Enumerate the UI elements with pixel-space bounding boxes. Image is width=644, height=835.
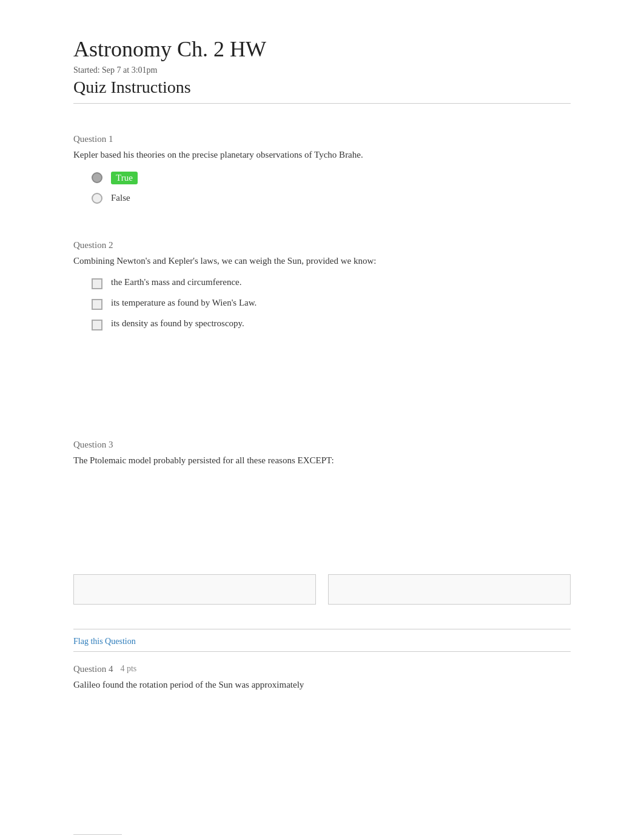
question-4-pts: 4 pts [120, 664, 136, 674]
drag-drop-box-2[interactable] [328, 574, 571, 605]
question-2-header: Question 2 [73, 228, 571, 250]
question-4-block: Question 4 4 pts Galileo found the rotat… [73, 651, 571, 750]
question-4-answer-area [73, 701, 571, 749]
question-3-header: Question 3 [73, 428, 571, 450]
question-3-answer-area [73, 477, 571, 574]
question-2-block: Question 2 Combining Newton's and Kepler… [73, 228, 571, 331]
quiz-instructions-heading: Quiz Instructions [73, 78, 571, 97]
radio-false[interactable] [92, 193, 102, 204]
bottom-spacer [73, 774, 571, 822]
question-4-number: Question 4 [73, 664, 113, 674]
question-1-options: True False [92, 172, 571, 204]
question-1-number: Question 1 [73, 134, 113, 144]
answer-option[interactable]: True [92, 172, 571, 184]
question-3-number: Question 3 [73, 440, 113, 449]
question-3-text: The Ptolemaic model probably persisted f… [73, 454, 571, 468]
header-divider [73, 103, 571, 104]
checkbox-option-3[interactable] [92, 320, 102, 330]
question-2-text: Combining Newton's and Kepler's laws, we… [73, 254, 571, 268]
question-1-header: Question 1 [73, 122, 571, 144]
answer-option[interactable]: False [92, 193, 571, 204]
answer-option[interactable]: its density as found by spectroscopy. [92, 318, 571, 330]
question-2-options: the Earth's mass and circumference. its … [73, 277, 571, 330]
drag-drop-box-1[interactable] [73, 574, 316, 605]
answer-option[interactable]: the Earth's mass and circumference. [92, 277, 571, 289]
quiz-title: Astronomy Ch. 2 HW [73, 36, 571, 62]
quiz-started-text: Started: Sep 7 at 3:01pm [73, 65, 571, 75]
question-1-text: Kepler based his theories on the precise… [73, 148, 571, 162]
flag-question-link[interactable]: Flag this Question [73, 637, 136, 646]
answer-label-opt3[interactable]: its density as found by spectroscopy. [111, 318, 244, 329]
question-4-text: Galileo found the rotation period of the… [73, 678, 571, 692]
spacer-q2-q3 [73, 355, 571, 428]
answer-label-true[interactable]: True [111, 172, 138, 184]
question-1-block: Question 1 Kepler based his theories on … [73, 122, 571, 204]
drag-drop-area [73, 574, 571, 605]
question-3-block: Question 3 The Ptolemaic model probably … [73, 428, 571, 605]
q3-separator [73, 629, 571, 629]
checkbox-option-1[interactable] [92, 278, 102, 289]
answer-label-opt1[interactable]: the Earth's mass and circumference. [111, 277, 242, 287]
checkbox-option-2[interactable] [92, 299, 102, 310]
answer-option[interactable]: its temperature as found by Wien's Law. [92, 298, 571, 310]
radio-true[interactable] [92, 172, 102, 183]
question-4-header: Question 4 4 pts [73, 651, 571, 674]
answer-label-false[interactable]: False [111, 193, 130, 203]
question-2-number: Question 2 [73, 240, 113, 250]
answer-label-opt2[interactable]: its temperature as found by Wien's Law. [111, 298, 257, 308]
page-container: Astronomy Ch. 2 HW Started: Sep 7 at 3:0… [61, 0, 583, 835]
